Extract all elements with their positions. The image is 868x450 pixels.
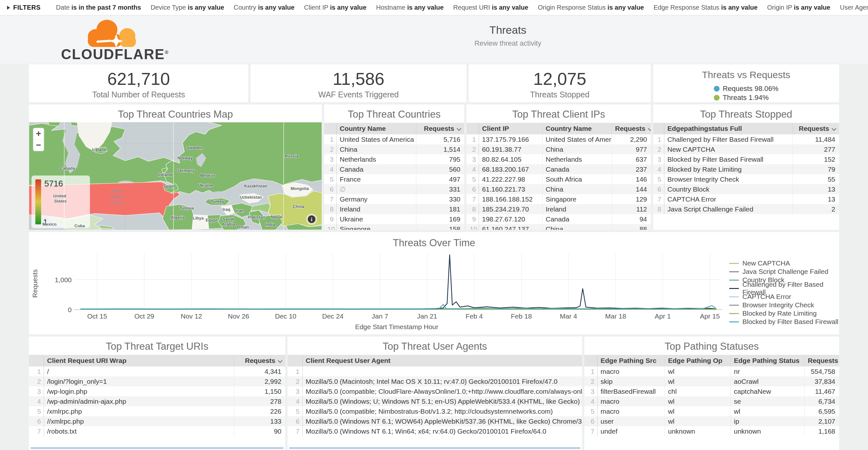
table-cell[interactable]: 146 (612, 174, 651, 184)
table-cell[interactable]: 11,484 (793, 134, 839, 144)
table-cell[interactable]: 2,992 (234, 377, 285, 386)
table-cell[interactable]: unknown (731, 426, 804, 436)
table-cell[interactable]: China (542, 184, 612, 194)
table-cell[interactable]: United States of America (542, 134, 612, 144)
filter-item-country[interactable]: Country is any value (234, 4, 294, 11)
table-cell[interactable]: 55 (793, 174, 839, 184)
table-cell[interactable]: /robots.txt (44, 426, 234, 436)
table-cell[interactable]: 137.175.79.166 (479, 134, 542, 144)
column-header-requests[interactable]: Requests (793, 123, 839, 134)
table-cell[interactable]: wl (665, 377, 731, 386)
table-cell[interactable]: Netherlands (336, 154, 416, 164)
table-cell[interactable]: France (336, 174, 416, 184)
table-cell[interactable]: wl (665, 366, 731, 377)
table-cell[interactable]: 497 (416, 174, 464, 184)
table-cell[interactable]: 158 (416, 224, 464, 230)
table-cell[interactable]: Mozilla/5.0 (Windows NT 6.1; Win64; x64;… (302, 426, 582, 436)
filter-item-request-uri[interactable]: Request URI is any value (453, 4, 528, 11)
table-cell[interactable]: 1,150 (234, 386, 285, 396)
column-header-requests[interactable]: Requests (804, 355, 839, 366)
chart-legend-item[interactable]: Blocked by Rate Limiting (729, 309, 839, 318)
filter-item-edge-response-status[interactable]: Edge Response Status is any value (654, 4, 758, 11)
table-cell[interactable]: //xmlrpc.php (44, 416, 234, 426)
table-cell[interactable]: Mozilla/5.0 (compatible; CloudFlare-Alwa… (302, 386, 582, 396)
table-cell[interactable]: Ireland (336, 204, 416, 214)
table-cell[interactable]: 1,168 (804, 426, 839, 436)
world-map[interactable]: + − 5716 1 i Canad (29, 122, 322, 230)
table-cell[interactable]: Singapore (336, 224, 416, 230)
table-cell[interactable]: 198.27.67.120 (479, 214, 542, 224)
table-cell[interactable]: 61.160.221.73 (479, 184, 542, 194)
table-cell[interactable]: Blocked by Filter Based Firewall (664, 154, 793, 164)
table-cell[interactable]: 79 (793, 164, 839, 174)
chart-legend-item[interactable]: Browser Integrity Check (729, 301, 839, 309)
table-cell[interactable]: 112 (612, 204, 651, 214)
filter-item-origin-response-status[interactable]: Origin Response Status is any value (538, 4, 644, 11)
filter-item-hostname[interactable]: Hostname is any value (376, 4, 444, 11)
table-cell[interactable]: 226 (234, 406, 285, 416)
table-cell[interactable]: 61.160.247.137 (479, 224, 542, 230)
table-cell[interactable]: 152 (793, 154, 839, 164)
table-cell[interactable]: chl (665, 386, 731, 396)
table-cell[interactable]: 977 (612, 144, 651, 154)
table-cell[interactable]: /wp-login.php (44, 386, 234, 396)
table-cell[interactable]: 185.234.219.70 (479, 204, 542, 214)
table-cell[interactable]: /login/?login_only=1 (44, 377, 234, 386)
table-cell[interactable]: CAPTCHA Error (664, 194, 793, 204)
table-cell[interactable]: Netherlands (542, 154, 612, 164)
table-cell[interactable]: 331 (416, 184, 464, 194)
map-info-button[interactable]: i (306, 214, 317, 225)
table-cell[interactable]: 133 (234, 416, 285, 426)
table-cell[interactable]: aoCrawl (731, 377, 804, 386)
table-cell[interactable]: ∅ (336, 184, 416, 194)
table-cell[interactable]: filterBasedFirewall (597, 386, 665, 396)
table-cell[interactable] (302, 366, 582, 377)
table-cell[interactable]: 41.222.227.98 (479, 174, 542, 184)
table-cell[interactable]: ip (731, 416, 804, 426)
table-cell[interactable]: macro (597, 396, 665, 406)
table-cell[interactable]: macro (597, 406, 665, 416)
filter-item-device-type[interactable]: Device Type is any value (151, 4, 224, 11)
table-cell[interactable]: 80.82.64.105 (479, 154, 542, 164)
column-header-requests[interactable]: Requests (612, 123, 651, 134)
table-cell[interactable]: 11,467 (804, 386, 839, 396)
table-cell[interactable]: 278 (234, 396, 285, 406)
table-cell[interactable]: 2,290 (612, 134, 651, 144)
table-cell[interactable]: 68.183.200.167 (479, 164, 542, 174)
table-cell[interactable]: /xmlrpc.php (44, 406, 234, 416)
table-cell[interactable]: Mozilla/5.0 (compatible; Nimbostratus-Bo… (302, 406, 582, 416)
legend-item-requests[interactable]: Requests 98.06% (714, 84, 779, 93)
table-cell[interactable]: New CAPTCHA (664, 144, 793, 154)
table-cell[interactable]: Canada (542, 214, 612, 224)
horizontal-scrollbar[interactable] (289, 447, 581, 449)
horizontal-scrollbar[interactable] (31, 447, 284, 449)
table-cell[interactable]: Canada (336, 164, 416, 174)
table-cell[interactable]: captchaNew (731, 386, 804, 396)
table-cell[interactable]: 330 (416, 194, 464, 204)
table-cell[interactable]: United States of America (336, 134, 416, 144)
table-cell[interactable]: 2 (793, 204, 839, 214)
table-cell[interactable]: 237 (612, 164, 651, 174)
table-cell[interactable]: 144 (612, 184, 651, 194)
table-cell[interactable]: /wp-admin/admin-ajax.php (44, 396, 234, 406)
table-cell[interactable]: skip (597, 377, 665, 386)
table-cell[interactable]: 6,734 (804, 396, 839, 406)
chart-legend-item[interactable]: Blocked by Filter Based Firewall (729, 318, 839, 326)
table-cell[interactable]: Blocked by Rate Limiting (664, 164, 793, 174)
zoom-out-button[interactable]: − (36, 140, 41, 150)
table-cell[interactable]: nr (731, 366, 804, 377)
table-cell[interactable]: 6,595 (804, 406, 839, 416)
table-cell[interactable]: user (597, 416, 665, 426)
table-cell[interactable]: wl (665, 406, 731, 416)
table-cell[interactable]: Canada (542, 164, 612, 174)
table-cell[interactable]: Ukraine (336, 214, 416, 224)
table-cell[interactable]: 37,834 (804, 377, 839, 386)
table-cell[interactable]: 637 (612, 154, 651, 164)
table-cell[interactable]: 795 (416, 154, 464, 164)
column-header-requests[interactable]: Requests (234, 355, 285, 366)
table-cell[interactable]: Mozilla/5.0 (Macintosh; Intel Mac OS X 1… (302, 377, 582, 386)
table-cell[interactable]: wl (665, 396, 731, 406)
table-cell[interactable]: China (336, 144, 416, 154)
table-cell[interactable]: South Africa (542, 174, 612, 184)
table-cell[interactable]: Country Block (664, 184, 793, 194)
